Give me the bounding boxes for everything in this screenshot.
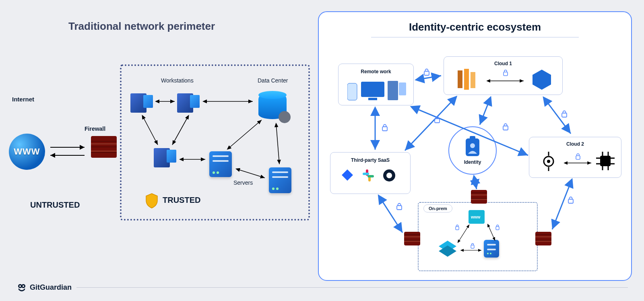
svg-line-4 — [142, 116, 158, 145]
svg-line-9 — [237, 169, 265, 178]
lock-icon — [396, 203, 402, 212]
svg-line-60 — [405, 97, 456, 150]
svg-line-62 — [379, 196, 402, 233]
identity-panel: Identity-centric ecosystem Remote work C… — [318, 11, 632, 281]
lock-icon — [434, 116, 440, 125]
brand: GitGuardian — [17, 282, 72, 292]
svg-rect-69 — [397, 206, 402, 210]
svg-point-74 — [23, 285, 24, 287]
svg-rect-67 — [562, 113, 567, 117]
lock-icon — [502, 123, 509, 132]
svg-point-73 — [19, 285, 21, 287]
globe-www-text: WWW — [14, 146, 40, 157]
untrusted-label: UNTRUSTED — [30, 200, 80, 210]
svg-rect-66 — [503, 126, 508, 130]
brand-text: GitGuardian — [30, 283, 72, 292]
svg-line-5 — [172, 116, 188, 145]
lock-icon — [568, 196, 574, 205]
lock-icon — [382, 124, 388, 133]
internet-label: Internet — [12, 96, 34, 103]
svg-line-61 — [474, 177, 477, 189]
globe-icon: WWW — [9, 134, 45, 170]
svg-line-8 — [276, 124, 279, 164]
footer-divider — [76, 287, 628, 288]
internet-firewall-arrows — [48, 143, 89, 163]
svg-line-7 — [228, 120, 262, 149]
identity-connectors — [319, 12, 633, 282]
svg-rect-70 — [568, 199, 573, 203]
firewall-label: Firewall — [85, 126, 105, 132]
svg-rect-68 — [435, 119, 440, 123]
svg-line-56 — [412, 107, 528, 155]
svg-line-59 — [480, 98, 490, 125]
svg-rect-65 — [382, 127, 387, 131]
internal-connectors — [120, 64, 310, 221]
lock-icon — [561, 110, 568, 119]
firewall-icon — [91, 136, 117, 158]
left-title: Traditional network perimeter — [68, 20, 215, 33]
lock-icon — [423, 68, 430, 77]
owl-icon — [17, 282, 27, 292]
svg-rect-64 — [424, 71, 429, 75]
